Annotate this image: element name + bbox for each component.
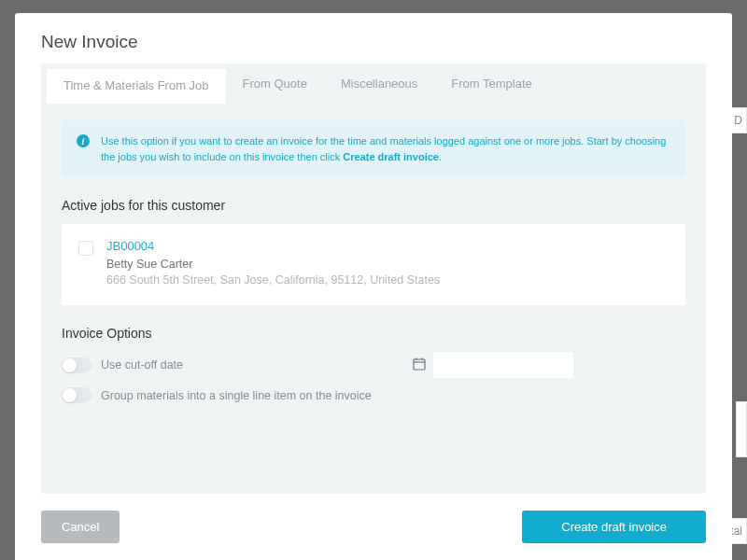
- cutoff-option-row: Use cut-off date: [62, 352, 685, 378]
- active-jobs-title: Active jobs for this customer: [62, 198, 685, 213]
- invoice-options-title: Invoice Options: [62, 326, 685, 341]
- group-label: Group materials into a single line item …: [101, 389, 372, 402]
- info-icon: i: [77, 134, 90, 147]
- cutoff-toggle[interactable]: [62, 357, 92, 373]
- new-invoice-modal: New Invoice Time & Materials From Job Fr…: [15, 13, 732, 560]
- tab-time-materials[interactable]: Time & Materials From Job: [47, 69, 226, 104]
- create-draft-invoice-button[interactable]: Create draft invoice: [522, 511, 706, 543]
- tab-miscellaneous[interactable]: Miscellaneous: [324, 63, 434, 104]
- calendar-icon[interactable]: [413, 357, 426, 373]
- svg-rect-0: [414, 359, 425, 370]
- modal-header: New Invoice: [15, 13, 732, 63]
- job-customer-name: Betty Sue Carter: [106, 258, 440, 271]
- job-address: 666 South 5th Street, San Jose, Californ…: [106, 273, 440, 287]
- tab-panel: i Use this option if you want to create …: [41, 104, 706, 494]
- tab-from-quote[interactable]: From Quote: [226, 63, 324, 104]
- group-toggle[interactable]: [62, 387, 92, 403]
- modal-title: New Invoice: [41, 32, 706, 52]
- background-fragment: [736, 401, 747, 457]
- job-list: JB00004 Betty Sue Carter 666 South 5th S…: [62, 224, 685, 305]
- tab-container: Time & Materials From Job From Quote Mis…: [41, 63, 706, 494]
- cancel-button[interactable]: Cancel: [41, 511, 120, 543]
- tab-from-template[interactable]: From Template: [434, 63, 548, 104]
- cutoff-date-group: [413, 352, 573, 378]
- info-banner: i Use this option if you want to create …: [62, 120, 685, 177]
- cutoff-label: Use cut-off date: [101, 358, 183, 371]
- modal-footer: Cancel Create draft invoice: [15, 494, 732, 560]
- group-option-row: Group materials into a single line item …: [62, 387, 685, 403]
- info-text: Use this option if you want to create an…: [101, 133, 670, 164]
- job-id-link[interactable]: JB00004: [106, 239, 440, 253]
- job-item: JB00004 Betty Sue Carter 666 South 5th S…: [78, 239, 669, 287]
- cutoff-date-input[interactable]: [433, 352, 573, 378]
- job-checkbox[interactable]: [78, 241, 93, 256]
- tab-list: Time & Materials From Job From Quote Mis…: [41, 63, 706, 104]
